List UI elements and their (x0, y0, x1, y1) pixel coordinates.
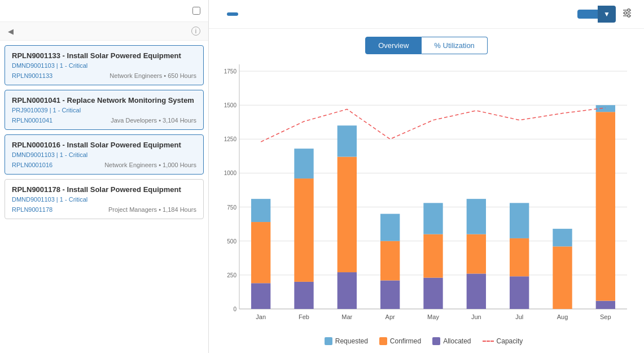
legend-item-capacity: Capacity (483, 337, 523, 345)
plan-card-footer: RPLN9001133 Network Engineers • 650 Hour… (12, 72, 196, 79)
confirm-button[interactable] (577, 10, 598, 19)
legend-label-capacity: Capacity (497, 337, 523, 345)
plan-card-sub: DMND9001103 | 1 - Critical (12, 196, 196, 203)
left-panel-header (0, 0, 208, 22)
svg-text:Jul: Jul (515, 313, 523, 320)
tab-overview[interactable]: Overview (365, 37, 422, 54)
tabs-row: Overview % Utilization (209, 29, 644, 59)
info-icon[interactable]: i (191, 27, 200, 36)
svg-point-5 (628, 14, 630, 16)
svg-rect-37 (380, 241, 400, 281)
svg-rect-25 (251, 222, 270, 283)
plan-card-title: RPLN0001016 - Install Solar Powered Equi… (12, 141, 196, 149)
chart-area: 02505007501000125015001750JanFebMarAprMa… (209, 59, 644, 353)
svg-point-4 (624, 11, 627, 14)
svg-text:0: 0 (233, 306, 236, 312)
tab-utilization[interactable]: % Utilization (422, 37, 488, 54)
svg-rect-42 (423, 203, 443, 234)
plan-card-footer: RPLN9001178 Project Managers • 1,184 Hou… (12, 206, 196, 213)
svg-rect-45 (467, 234, 486, 274)
plan-card-sub: PRJ9010039 | 1 - Critical (12, 107, 196, 114)
svg-text:Sep: Sep (600, 313, 611, 320)
plan-card-footer: RPLN0001041 Java Developers • 3,104 Hour… (12, 117, 196, 124)
plan-card-resource: Network Engineers • 650 Hours (109, 72, 196, 79)
svg-text:250: 250 (227, 272, 236, 278)
svg-rect-40 (423, 278, 443, 309)
legend-label-confirmed: Confirmed (390, 337, 421, 345)
svg-rect-48 (510, 276, 529, 309)
svg-rect-24 (251, 283, 270, 309)
chart-inner: 02505007501000125015001750JanFebMarAprMa… (217, 59, 633, 333)
right-actions: ▼ (577, 6, 633, 23)
legend-box-allocated (432, 337, 440, 345)
svg-rect-57 (596, 112, 615, 300)
chart-svg-wrapper: 02505007501000125015001750JanFebMarAprMa… (217, 59, 633, 332)
legend-line-capacity (483, 341, 494, 342)
svg-rect-50 (510, 203, 529, 238)
plan-card-id[interactable]: RPLN0001041 (12, 117, 52, 124)
plan-card-title: RPLN9001133 - Install Solar Powered Equi… (12, 51, 196, 60)
plan-card-plan1[interactable]: RPLN9001133 - Install Solar Powered Equi… (5, 45, 204, 85)
svg-text:1250: 1250 (224, 136, 237, 142)
confirm-dropdown-button[interactable]: ▼ (598, 6, 616, 23)
right-panel: ▼ Overview % Utilization 025050075010 (209, 0, 644, 353)
legend-label-requested: Requested (335, 337, 368, 345)
svg-text:1000: 1000 (224, 170, 237, 176)
svg-text:1750: 1750 (224, 68, 237, 75)
svg-rect-54 (553, 229, 572, 246)
svg-rect-28 (294, 282, 313, 309)
svg-text:Aug: Aug (557, 313, 568, 320)
svg-rect-26 (251, 199, 270, 222)
svg-rect-34 (338, 125, 357, 156)
plans-list: RPLN9001133 - Install Solar Powered Equi… (0, 41, 208, 353)
svg-text:Apr: Apr (385, 313, 395, 320)
svg-rect-32 (338, 272, 357, 309)
plan-card-sub: DMND9001103 | 1 - Critical (12, 151, 196, 158)
select-all-area[interactable] (189, 7, 200, 15)
svg-rect-56 (596, 301, 615, 309)
svg-text:500: 500 (227, 238, 236, 245)
plan-card-id[interactable]: RPLN0001016 (12, 162, 52, 168)
plan-card-resource: Java Developers • 3,104 Hours (111, 117, 196, 124)
selected-badge (227, 12, 238, 16)
svg-text:Feb: Feb (299, 313, 309, 320)
svg-rect-30 (294, 149, 313, 178)
filter-icon: ◀ (8, 27, 14, 36)
legend-box-confirmed (379, 337, 387, 345)
legend-item-requested: Requested (325, 337, 368, 345)
select-all-checkbox[interactable] (192, 7, 200, 15)
legend-label-allocated: Allocated (443, 337, 471, 345)
svg-rect-53 (553, 246, 572, 309)
right-panel-header: ▼ (209, 0, 644, 29)
svg-rect-33 (338, 157, 357, 272)
plan-card-plan2[interactable]: RPLN0001041 - Replace Network Monitoring… (5, 90, 204, 130)
svg-rect-46 (467, 199, 486, 234)
svg-rect-49 (510, 238, 529, 276)
plan-card-id[interactable]: RPLN9001178 (12, 206, 52, 213)
left-panel: ◀ i RPLN9001133 - Install Solar Powered … (0, 0, 209, 353)
legend-item-confirmed: Confirmed (379, 337, 421, 345)
chart-svg: 02505007501000125015001750JanFebMarAprMa… (217, 59, 633, 332)
svg-rect-58 (596, 105, 615, 112)
plan-card-title: RPLN0001041 - Replace Network Monitoring… (12, 96, 196, 104)
filter-bar: ◀ i (0, 22, 208, 41)
svg-point-3 (628, 8, 630, 11)
plan-card-sub: DMND9001103 | 1 - Critical (12, 62, 196, 69)
svg-rect-38 (380, 214, 400, 241)
plan-card-resource: Project Managers • 1,184 Hours (108, 206, 196, 213)
plan-card-footer: RPLN0001016 Network Engineers • 1,000 Ho… (12, 162, 196, 168)
settings-icon[interactable] (621, 7, 633, 21)
svg-text:May: May (427, 313, 439, 320)
plan-card-plan3[interactable]: RPLN0001016 - Install Solar Powered Equi… (5, 134, 204, 175)
plan-card-plan4[interactable]: RPLN9001178 - Install Solar Powered Equi… (5, 179, 204, 219)
legend-box-requested (325, 337, 332, 345)
svg-rect-41 (423, 234, 443, 278)
svg-rect-36 (380, 280, 400, 309)
svg-text:1500: 1500 (224, 102, 237, 108)
plan-card-title: RPLN9001178 - Install Solar Powered Equi… (12, 185, 196, 194)
legend-item-allocated: Allocated (432, 337, 471, 345)
svg-rect-29 (294, 178, 313, 282)
svg-text:750: 750 (227, 204, 236, 211)
plan-card-id[interactable]: RPLN9001133 (12, 72, 52, 79)
svg-text:Mar: Mar (341, 313, 352, 320)
